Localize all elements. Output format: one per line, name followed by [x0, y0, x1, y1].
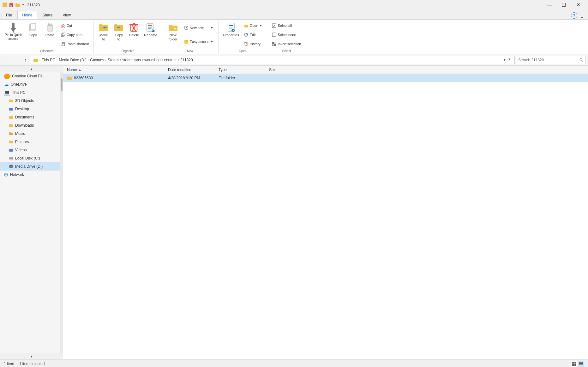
search-input[interactable]	[518, 58, 578, 62]
dropdown-arrow-icon[interactable]	[21, 3, 25, 8]
sidebar-scroll-up[interactable]: ▲	[0, 66, 63, 72]
move-to-button[interactable]: Moveto	[96, 21, 111, 43]
col-header-name[interactable]: Name ▲	[66, 68, 167, 72]
sidebar-item-videos[interactable]: Videos	[0, 146, 60, 154]
breadcrumb-content[interactable]: content	[164, 58, 177, 62]
svg-text:↗: ↗	[61, 44, 63, 46]
sidebar-item-desktop[interactable]: Desktop	[0, 105, 60, 113]
copy-to-label: Copyto	[115, 33, 123, 41]
help-button[interactable]: ?	[571, 12, 577, 19]
svg-rect-70	[579, 364, 583, 365]
new-item-button[interactable]: New item ▼	[182, 25, 216, 31]
sidebar-scroll-down[interactable]: ▼	[0, 353, 63, 359]
sidebar-item-label-mediad: Media Drive (D:)	[15, 164, 43, 169]
col-header-date[interactable]: Date modified	[167, 68, 217, 72]
address-refresh-button[interactable]: ↻	[507, 57, 513, 63]
col-header-size[interactable]: Size	[268, 68, 299, 72]
sidebar-item-creative-cloud[interactable]: 🟠 Creative Cloud Fil...	[0, 72, 60, 80]
sidebar-scrollbar[interactable]	[60, 72, 63, 353]
edit-button[interactable]: Edit	[242, 32, 265, 38]
delete-button[interactable]: Delete	[127, 21, 141, 39]
sidebar-item-pictures[interactable]: Pictures	[0, 138, 60, 146]
list-view-button[interactable]	[578, 361, 584, 367]
close-button[interactable]: ✕	[571, 0, 585, 10]
file-type-cell: File folder	[217, 76, 268, 80]
sidebar-item-music[interactable]: Music	[0, 129, 60, 138]
cut-button[interactable]: Cut	[59, 22, 91, 29]
paste-shortcut-button[interactable]: ↗ Paste shortcut	[59, 41, 91, 47]
breadcrumb-workshop[interactable]: workshop	[144, 58, 160, 62]
grid-view-button[interactable]	[571, 361, 577, 367]
open-buttons: Properties Open ▼ Edit	[221, 21, 265, 49]
tab-home[interactable]: Home	[17, 11, 37, 19]
breadcrumb-mediadrive[interactable]: Media Drive (D:)	[59, 58, 86, 62]
sidebar-item-local-disk[interactable]: Local Disk (C:)	[0, 154, 60, 162]
svg-rect-67	[574, 364, 576, 366]
svg-rect-66	[572, 364, 574, 366]
sidebar-item-documents[interactable]: Documents	[0, 113, 60, 121]
copy-to-button[interactable]: Copyto	[111, 21, 126, 43]
sidebar-item-label-onedrive: OneDrive	[11, 82, 27, 87]
folder-desktop-icon	[9, 107, 13, 111]
quick-save-icon[interactable]	[9, 3, 14, 8]
svg-marker-7	[22, 4, 24, 6]
sidebar-item-media-drive[interactable]: Media Drive (D:)	[0, 162, 60, 171]
svg-rect-6	[10, 5, 12, 7]
breadcrumb-gaymes[interactable]: Gaymes	[90, 58, 104, 62]
svg-rect-51	[272, 33, 276, 37]
address-folder-icon	[33, 57, 38, 63]
status-bar-info: 1 item 1 item selected	[4, 362, 45, 366]
folder-downloads-icon	[9, 123, 13, 128]
file-name: 823605680	[74, 76, 93, 80]
breadcrumb-steamapps[interactable]: steamapps	[122, 58, 141, 62]
svg-rect-53	[272, 42, 274, 44]
forward-button[interactable]: →	[12, 56, 20, 64]
history-button[interactable]: History	[242, 41, 265, 47]
invert-selection-button[interactable]: Invert selection	[270, 41, 303, 47]
properties-button[interactable]: Properties	[221, 21, 241, 39]
pin-to-quick-access-label: Pin to Quickaccess	[5, 33, 22, 41]
minimize-ribbon-button[interactable]: ▲	[577, 15, 587, 19]
breadcrumb-steam[interactable]: Steam	[108, 58, 119, 62]
maximize-button[interactable]: ☐	[556, 0, 571, 10]
select-none-button[interactable]: Select none	[270, 32, 303, 38]
tab-share[interactable]: Share	[38, 11, 57, 19]
svg-rect-15	[49, 23, 51, 25]
copy-button[interactable]: Copy	[25, 21, 41, 39]
empty-file-area[interactable]	[63, 82, 588, 359]
new-group-label: New	[165, 49, 216, 54]
copy-path-button[interactable]: Copy path	[59, 32, 91, 38]
paste-button[interactable]: Paste	[42, 21, 58, 39]
search-bar[interactable]	[516, 56, 585, 64]
history-icon	[244, 42, 249, 46]
sidebar-item-label-desktop: Desktop	[15, 107, 29, 111]
minimize-button[interactable]: —	[542, 0, 556, 10]
up-button[interactable]: ↑	[21, 56, 30, 64]
file-row-823605680[interactable]: 823605680 4/28/2018 9:20 PM File folder	[63, 74, 588, 82]
sidebar-item-label-cc: Creative Cloud Fil...	[12, 74, 45, 78]
breadcrumb-thispc[interactable]: This PC	[42, 58, 55, 62]
tab-view[interactable]: View	[58, 11, 75, 19]
svg-text:⚡: ⚡	[185, 40, 189, 44]
folder-videos-icon	[9, 148, 13, 152]
pin-to-quick-access-button[interactable]: Pin to Quickaccess	[3, 21, 24, 42]
invert-selection-icon	[272, 42, 276, 46]
file-date: 4/28/2018 9:20 PM	[168, 76, 200, 80]
sidebar-item-3dobjects[interactable]: 3D Objects	[0, 97, 60, 105]
tab-file[interactable]: File	[1, 11, 17, 19]
select-all-button[interactable]: Select all	[270, 22, 303, 29]
address-dropdown-button[interactable]: ▼	[502, 57, 507, 63]
col-header-type[interactable]: Type	[217, 68, 268, 72]
sidebar-item-network[interactable]: Network	[0, 171, 60, 179]
ribbon-content: Pin to Quickaccess Copy	[0, 20, 588, 54]
sidebar-item-onedrive[interactable]: ☁ OneDrive	[0, 80, 60, 88]
open-button[interactable]: Open ▼	[242, 22, 265, 29]
sidebar-item-downloads[interactable]: Downloads	[0, 121, 60, 129]
sidebar-item-thispc[interactable]: 💻 This PC	[0, 88, 60, 97]
sidebar-scrollbar-thumb[interactable]	[61, 78, 63, 91]
address-bar[interactable]: › This PC › Media Drive (D:) › Gaymes › …	[31, 56, 515, 64]
rename-button[interactable]: Rename	[142, 21, 159, 39]
new-folder-button[interactable]: Newfolder	[165, 21, 181, 43]
easy-access-button[interactable]: ⚡ Easy access ▼	[182, 39, 216, 45]
back-button[interactable]: ←	[3, 56, 11, 64]
